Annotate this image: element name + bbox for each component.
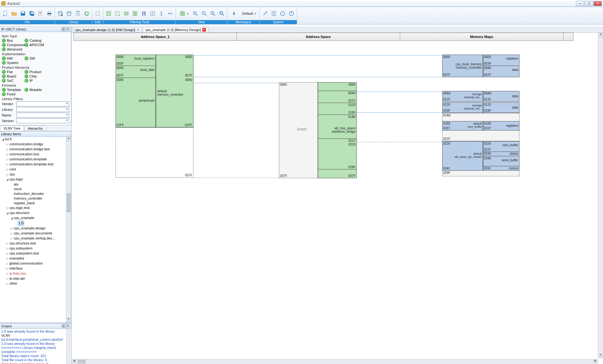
filter-option[interactable]: Flat (2, 70, 24, 74)
save-all-button[interactable] (28, 9, 36, 18)
block-mm-cpu-local[interactable]: 0000 cpu_local_memory memory_controller … (442, 55, 483, 77)
close-tab-icon[interactable]: ✕ (136, 28, 140, 32)
tree-node[interactable]: examples (9, 256, 25, 261)
close-button[interactable]: ✕ (594, 1, 602, 6)
library-db-button[interactable] (65, 9, 73, 18)
filter-1-button[interactable] (105, 9, 113, 18)
tree-node[interactable]: memory_controller (13, 196, 43, 201)
filter-option[interactable]: Component (2, 43, 24, 47)
tree-node[interactable]: other (9, 281, 18, 286)
tab-vlnv-tree[interactable]: VLNV Tree (0, 126, 24, 131)
tree-node-error[interactable]: ip.hwp.cpu (9, 271, 27, 276)
tree-node[interactable]: communication.bridge.test (9, 147, 50, 152)
print-button[interactable] (45, 9, 53, 18)
column-add[interactable] (563, 33, 573, 41)
tree-node[interactable]: clock (13, 187, 22, 191)
zoom-reset-button[interactable]: 1 (209, 9, 217, 18)
library-tree[interactable]: ◢tut.fi▷communication.bridge▷communicati… (0, 137, 71, 323)
filter-7-button[interactable] (157, 9, 166, 18)
block-mm-spi[interactable]: 0220 default wb_slave_spi_master 0241 (442, 141, 483, 171)
zoom-in-button[interactable] (191, 9, 199, 18)
view-options-button[interactable]: ▾ (177, 9, 191, 18)
filter-option[interactable]: Bus (2, 39, 24, 42)
filter-combo[interactable] (16, 107, 69, 112)
filter-option[interactable]: System (2, 61, 24, 65)
filter-2-button[interactable] (113, 9, 122, 18)
block-mm-storage1-data[interactable]: 00A0 data 011F (483, 91, 519, 102)
column-header-2[interactable]: Address Space (237, 33, 400, 41)
tree-node[interactable]: cpu.subsystem.test (9, 251, 40, 256)
tree-node[interactable]: cpu_example.verilog.des... (13, 236, 56, 241)
filter-combo[interactable] (16, 113, 69, 118)
edit-button[interactable] (94, 9, 102, 18)
pin-output-icon[interactable]: ⊟ (62, 324, 65, 328)
filter-option[interactable]: Board (2, 74, 24, 78)
filter-option[interactable]: Mutable (24, 88, 47, 92)
save-button[interactable] (19, 9, 27, 18)
filter-option[interactable]: API/COM (24, 43, 47, 47)
block-mm-spi-regs[interactable]: 0220 recv_buffer 022F 0230 status 0240 s… (483, 141, 519, 171)
filter-6-button[interactable] (149, 9, 157, 18)
library-config-button[interactable] (56, 9, 64, 18)
tree-node[interactable]: communication.bus (9, 152, 40, 157)
open-button[interactable] (10, 9, 18, 18)
workspace-compass-button[interactable] (229, 9, 239, 18)
tree-node[interactable]: instruction_decoder (13, 191, 45, 196)
tree-node[interactable]: core (9, 167, 17, 172)
filter-8-button[interactable] (166, 9, 174, 18)
tree-node[interactable]: cpu_example.design (13, 226, 46, 231)
close-doc-button[interactable] (36, 9, 45, 18)
canvas-vscroll[interactable]: ▲▼ (598, 33, 603, 358)
block-mm-sumbuf[interactable]: 0180 default sum_buffer 0187 (442, 121, 483, 131)
filter-option[interactable]: Template (2, 88, 24, 92)
pin-icon[interactable]: ⊟ (62, 27, 65, 31)
filter-option[interactable]: Product (24, 70, 47, 74)
tree-node[interactable]: global.communication (9, 261, 43, 266)
maximize-button[interactable]: ▢ (585, 1, 593, 6)
output-text[interactable]: 1.0 was already found in the libraryVLNV… (0, 329, 71, 364)
filter-combo[interactable] (16, 101, 69, 106)
tree-node[interactable]: cpu.structure.test (9, 241, 36, 246)
tree-node[interactable]: tut.fi (4, 137, 12, 142)
tree-node[interactable]: cpu.structure (9, 211, 30, 215)
filter-option[interactable]: HW (2, 56, 24, 60)
tree-node[interactable]: interface (9, 266, 23, 271)
filter-option[interactable]: SW (24, 56, 47, 60)
tree-node[interactable]: communication.template (9, 157, 47, 162)
column-header-3[interactable]: Memory Maps (400, 33, 563, 41)
tree-node[interactable]: cpu.logic.test (9, 206, 30, 210)
tab-hierarchy[interactable]: Hierarchy (24, 126, 46, 131)
filter-option[interactable]: IP (24, 79, 47, 83)
filter-5-button[interactable] (140, 9, 148, 18)
refresh-button[interactable] (83, 9, 91, 18)
filter-option[interactable]: Fixed (2, 92, 24, 96)
tree-node[interactable]: cpu.subsystem (9, 246, 33, 251)
filter-option[interactable]: Catalog (24, 39, 47, 42)
filter-3-button[interactable] (122, 9, 130, 18)
canvas-hscroll[interactable]: ◀▶ (72, 359, 598, 364)
tree-node[interactable]: communication.template.test (9, 162, 54, 167)
exit-button[interactable] (287, 9, 296, 18)
validate-button[interactable] (74, 9, 82, 18)
minimize-button[interactable]: — (576, 1, 584, 6)
editor-tab[interactable]: cpu_example (1.0) [Memory Design]✕ (143, 27, 208, 32)
column-header-1[interactable]: Address Space_1 (73, 33, 237, 41)
workspace-select[interactable]: Default▾ (240, 9, 258, 18)
zoom-out-button[interactable] (200, 9, 208, 18)
block-mm-storage2[interactable]: 0120 storage external_me... 019F (442, 102, 483, 113)
close-panel-icon[interactable]: ✕ (66, 27, 70, 31)
filter-combo[interactable] (16, 118, 69, 123)
block-mm-storage2-data[interactable]: 0120 data 019F (483, 102, 519, 113)
tree-node[interactable]: ip.swp.api (9, 276, 25, 281)
tree-node[interactable]: cpu_example (13, 216, 35, 220)
output-scrollbar[interactable] (66, 329, 71, 364)
block-as1-extension[interactable]: 037F (116, 127, 193, 178)
tree-node[interactable]: cpu_example.documents (13, 231, 53, 236)
close-output-icon[interactable]: ✕ (66, 324, 70, 328)
tree-scrollbar[interactable]: ▲▼ (66, 137, 71, 323)
about-button[interactable]: i (279, 9, 287, 18)
close-tab-icon[interactable]: ✕ (202, 28, 206, 32)
tree-node[interactable]: alu (13, 182, 19, 187)
filter-option[interactable]: Advanced (2, 47, 24, 51)
tree-node[interactable]: cpu (9, 172, 16, 177)
